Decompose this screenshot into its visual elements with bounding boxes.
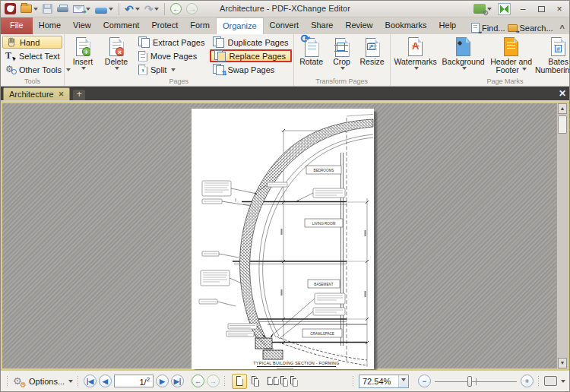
options-button[interactable]: Options... <box>29 377 65 386</box>
drag-grip <box>6 375 9 387</box>
rotate-label: Rotate <box>299 58 323 66</box>
zoom-level-select[interactable]: 72.54% <box>359 375 409 388</box>
resize-button[interactable]: ↗ Resize <box>356 36 388 77</box>
history-back-button[interactable]: ← <box>192 375 204 387</box>
ribbon-group-tools: Hand T Select Text ⚙ Other Tools Tools <box>1 34 65 86</box>
undo-button[interactable]: ↶ <box>123 2 141 16</box>
print-icon <box>57 5 68 14</box>
tab-file[interactable]: File <box>1 17 33 34</box>
move-pages-button[interactable]: Move Pages <box>135 49 207 62</box>
select-text-button[interactable]: T Select Text <box>2 49 62 62</box>
insert-pages-button[interactable]: + Insert <box>66 36 100 77</box>
fit-page-icon[interactable] <box>544 376 557 386</box>
background-button[interactable]: ◆ Background <box>439 36 488 77</box>
maximize-icon <box>538 6 545 12</box>
new-tab-button[interactable]: + <box>73 90 85 100</box>
other-tools-button[interactable]: ⚙ Other Tools <box>2 63 62 76</box>
email-button[interactable] <box>71 2 92 16</box>
replace-pages-button[interactable]: Replace Pages <box>210 49 291 62</box>
search-button[interactable]: Search... <box>520 24 553 33</box>
zoom-slider[interactable] <box>433 375 518 387</box>
nav-back-button[interactable]: ← <box>169 2 183 16</box>
scroll-down-button[interactable]: ▼ <box>558 358 567 368</box>
maximize-button[interactable] <box>534 3 549 15</box>
chevron-down-icon <box>561 380 565 385</box>
move-pages-icon <box>138 51 147 62</box>
print-button[interactable] <box>55 2 70 16</box>
next-page-button[interactable]: ▶ <box>156 375 169 387</box>
ribbon-tab-bar: File Home View Comment Protect Form Orga… <box>1 17 569 34</box>
zoom-out-button[interactable]: − <box>418 375 431 387</box>
launch-application-icon <box>498 3 511 15</box>
crop-button[interactable]: Crop <box>328 36 356 77</box>
save-button[interactable] <box>41 2 54 16</box>
app-menu-button[interactable] <box>3 2 17 16</box>
document-tab-architecture[interactable]: Architecture ✕ <box>3 87 70 100</box>
page-number-input[interactable]: 1/2 <box>114 375 154 387</box>
close-tab-icon[interactable]: ✕ <box>59 90 65 98</box>
first-page-button[interactable]: |◀ <box>84 375 97 387</box>
swap-pages-icon: ⇅ <box>213 64 224 75</box>
background-label: Background <box>442 58 485 66</box>
split-button[interactable]: ◑ Split <box>135 63 207 76</box>
tab-protect[interactable]: Protect <box>145 17 184 34</box>
watermarks-button[interactable]: A Watermarks <box>392 36 439 77</box>
vertical-scrollbar[interactable]: ▲ ▼ <box>556 103 568 368</box>
scroll-up-button[interactable]: ▲ <box>558 103 567 114</box>
open-file-button[interactable] <box>19 2 40 16</box>
layout-single-page-button[interactable] <box>232 374 247 389</box>
header-footer-button[interactable]: Header and Footer <box>488 36 535 77</box>
extract-pages-button[interactable]: Extract Pages <box>135 36 207 49</box>
history-forward-button[interactable]: → <box>207 375 220 387</box>
launch-app-button[interactable] <box>496 2 512 16</box>
tab-review[interactable]: Review <box>339 17 378 34</box>
close-pane-button[interactable]: ✕ <box>559 88 566 99</box>
scan-button[interactable] <box>93 2 115 16</box>
tab-view[interactable]: View <box>67 17 97 34</box>
collapse-ribbon-button[interactable]: ^ <box>560 24 565 33</box>
duplicate-pages-button[interactable]: Duplicate Pages <box>210 36 291 49</box>
layout-two-pages-continuous-button[interactable] <box>282 374 297 389</box>
tab-comment[interactable]: Comment <box>97 17 146 34</box>
header-footer-icon <box>504 37 518 56</box>
tab-help[interactable]: Help <box>433 17 463 34</box>
rotate-button[interactable]: ⟳ Rotate <box>296 36 328 77</box>
two-pages-icon <box>268 377 279 385</box>
two-pages-continuous-icon <box>280 376 299 387</box>
close-button[interactable]: × <box>552 3 567 15</box>
insert-label: Insert <box>73 58 93 66</box>
zoom-in-button[interactable]: + <box>521 375 534 387</box>
pdf-xchange-logo-icon <box>5 3 16 14</box>
scrollbar-thumb[interactable] <box>558 115 567 134</box>
swap-pages-button[interactable]: ⇅ Swap Pages <box>210 63 291 76</box>
chevron-down-icon <box>522 68 527 73</box>
last-page-button[interactable]: ▶| <box>171 375 184 387</box>
tab-convert[interactable]: Convert <box>264 17 306 34</box>
redo-button[interactable]: ↷ <box>143 2 161 16</box>
chevron-down-icon <box>340 67 345 72</box>
tab-organize[interactable]: Organize <box>216 17 264 34</box>
hand-tool-button[interactable]: Hand <box>2 36 62 49</box>
pdf-page[interactable]: BEDROOMS LIVING ROOM BASEMENT CRAWLSPACE… <box>192 109 374 369</box>
delete-label: Delete <box>105 58 128 66</box>
nav-forward-button[interactable]: → <box>185 2 199 16</box>
tab-form[interactable]: Form <box>184 17 216 34</box>
document-tab-bar: Architecture ✕ + ✕ <box>1 87 569 100</box>
slider-thumb[interactable] <box>467 376 472 387</box>
tab-home[interactable]: Home <box>33 17 67 34</box>
profile-settings-button[interactable] <box>472 2 493 16</box>
find-button[interactable]: Find... <box>482 24 505 33</box>
previous-page-button[interactable]: ◀ <box>99 375 112 387</box>
tab-bookmarks[interactable]: Bookmarks <box>379 17 433 34</box>
select-text-icon: T <box>5 51 16 61</box>
split-label: Split <box>150 65 166 74</box>
scanner-icon <box>95 8 107 14</box>
bates-numbering-button[interactable]: # Bates Numbering <box>535 36 570 77</box>
document-canvas[interactable]: BEDROOMS LIVING ROOM BASEMENT CRAWLSPACE… <box>1 102 569 370</box>
delete-pages-button[interactable]: × Delete <box>100 36 133 77</box>
zoom-dropdown-button[interactable] <box>398 375 408 387</box>
layout-continuous-button[interactable] <box>249 374 264 389</box>
bates-numbering-icon: # <box>551 37 565 56</box>
layout-two-pages-button[interactable] <box>265 374 280 389</box>
minimize-button[interactable]: – <box>515 3 530 15</box>
